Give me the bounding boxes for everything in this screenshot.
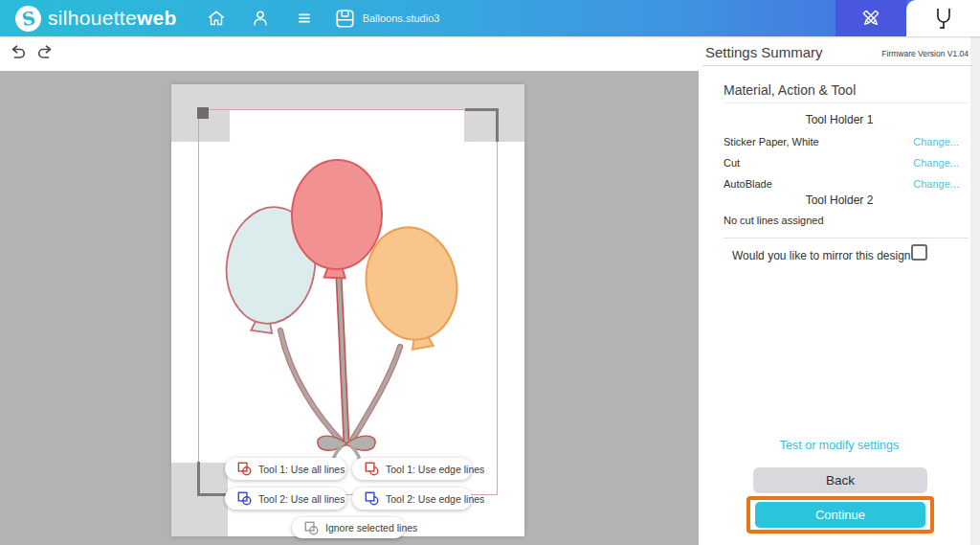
tool1-use-all-lines-button[interactable]: Tool 1: Use all lines [225, 458, 346, 480]
brand-regular: silhouette [48, 7, 137, 29]
tool-value: AutoBlade [724, 178, 772, 190]
tool-holder-2-status: No cut lines assigned [724, 215, 824, 226]
tool-holder-2-title: Tool Holder 2 [699, 193, 980, 207]
design-canvas[interactable]: Tool 1: Use all lines Tool 1: Use edge l… [0, 71, 699, 545]
all-lines-icon [237, 462, 252, 476]
change-action-link[interactable]: Change... [913, 157, 959, 169]
file-tab[interactable]: Balloons.studio3 [336, 10, 440, 28]
change-material-link[interactable]: Change... [913, 136, 959, 148]
tool-button-label: Tool 1: Use all lines [258, 464, 345, 475]
registration-mark-bottom-left [197, 462, 200, 495]
tab-send[interactable] [906, 0, 980, 36]
send-blade-icon [932, 6, 955, 31]
top-bar: S silhouetteweb Balloons.studio3 [0, 0, 980, 36]
home-icon[interactable] [206, 8, 227, 29]
account-icon[interactable] [250, 8, 271, 29]
registration-mark-square [197, 107, 209, 119]
material-value: Sticker Paper, White [724, 136, 819, 148]
ignore-lines-icon [304, 521, 319, 535]
design-tools-icon [859, 7, 882, 30]
tool-button-label: Tool 2: Use edge lines [386, 493, 484, 505]
back-button[interactable]: Back [753, 467, 927, 493]
undo-icon[interactable] [9, 43, 28, 62]
change-tool-link[interactable]: Change... [913, 178, 959, 190]
cut-border [198, 109, 498, 495]
edge-lines-icon [365, 462, 379, 476]
brand-logo[interactable]: S silhouetteweb [15, 6, 177, 32]
panel-title: Settings Summary [705, 44, 823, 60]
action-value: Cut [724, 157, 740, 169]
ignore-selected-lines-button[interactable]: Ignore selected lines [292, 517, 405, 538]
tool2-use-edge-lines-button[interactable]: Tool 2: Use edge lines [352, 488, 472, 510]
tool-button-label: Ignore selected lines [325, 522, 417, 534]
divider [724, 238, 969, 238]
silhouette-logo-icon: S [15, 6, 41, 32]
file-name: Balloons.studio3 [363, 12, 440, 24]
test-modify-settings-link[interactable]: Test or modify settings [699, 439, 980, 452]
mirror-question: Would you like to mirror this design? [732, 249, 917, 262]
all-lines-icon [237, 491, 252, 506]
brand-title: silhouetteweb [48, 7, 177, 30]
divider [702, 65, 972, 66]
registration-mark-top-right [496, 108, 499, 142]
registration-mark-top-right [465, 108, 499, 111]
tool-button-label: Tool 2: Use all lines [258, 493, 345, 505]
tool-button-label: Tool 1: Use edge lines [386, 464, 484, 475]
section-title: Material, Action & Tool [724, 82, 856, 98]
divider [724, 102, 969, 103]
tool-holder-1-title: Tool Holder 1 [699, 113, 980, 126]
tab-design[interactable] [835, 0, 906, 36]
save-file-icon [336, 10, 354, 28]
tool2-use-all-lines-button[interactable]: Tool 2: Use all lines [225, 488, 346, 510]
mirror-checkbox[interactable] [911, 244, 927, 261]
edit-toolbar [0, 36, 699, 71]
tool1-use-edge-lines-button[interactable]: Tool 1: Use edge lines [352, 458, 472, 480]
continue-button[interactable]: Continue [755, 502, 925, 528]
brand-bold: web [137, 7, 177, 29]
silhouette-web-app: S silhouetteweb Balloons.studio3 [0, 0, 980, 545]
redo-icon[interactable] [35, 43, 55, 62]
firmware-version: Firmware Version V1.04 [881, 49, 969, 58]
settings-summary-panel: Settings Summary Firmware Version V1.04 … [699, 36, 980, 545]
menu-icon[interactable] [294, 8, 315, 29]
edge-lines-icon [365, 491, 379, 506]
